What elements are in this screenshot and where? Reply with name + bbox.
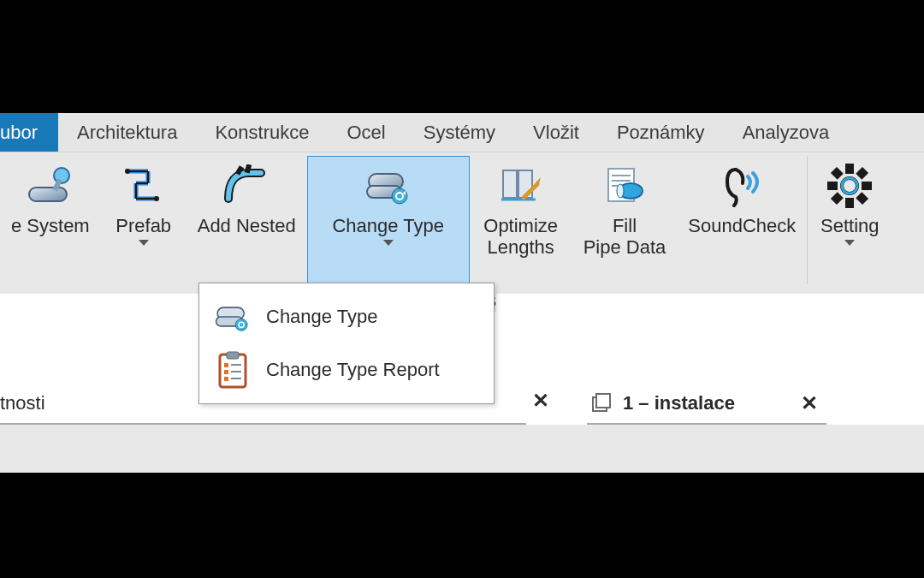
button-label: SoundCheck	[688, 215, 796, 236]
clipboard-report-icon	[215, 352, 251, 388]
soundcheck-button[interactable]: SoundCheck	[677, 156, 807, 284]
svg-point-28	[842, 178, 857, 194]
change-type-icon	[215, 299, 251, 335]
ribbon-tabstrip: ubor Architektura Konstrukce Ocel Systém…	[0, 113, 924, 152]
pipe-system-icon	[27, 162, 74, 210]
ribbon: e System Prefab	[0, 152, 924, 294]
dropdown-caret-icon	[139, 240, 149, 246]
button-label: Optimize Lengths	[483, 215, 558, 259]
tab-label: Architektura	[77, 122, 177, 144]
svg-rect-21	[847, 200, 852, 206]
button-label: Fill Pipe Data	[583, 215, 666, 259]
optimize-lengths-icon	[497, 162, 545, 210]
close-document-button[interactable]: ✕	[796, 391, 823, 415]
svg-point-3	[154, 196, 159, 201]
button-label: Setting	[820, 215, 880, 236]
tab-label: Systémy	[424, 122, 495, 144]
svg-rect-37	[224, 370, 228, 374]
document-tab[interactable]: 1 – instalace ✕	[587, 384, 826, 425]
svg-rect-23	[863, 183, 870, 188]
tab-poznamky[interactable]: Poznámky	[598, 113, 724, 152]
dropdown-caret-icon	[383, 240, 394, 246]
optimize-lengths-button[interactable]: Optimize Lengths	[470, 156, 572, 284]
svg-rect-0	[29, 188, 67, 201]
add-nested-button[interactable]: Add Nested	[187, 156, 307, 284]
add-nested-icon	[222, 162, 270, 210]
prefab-icon	[120, 162, 168, 210]
tab-label: Ocel	[347, 122, 386, 144]
button-label: Prefab	[116, 215, 171, 236]
svg-rect-35	[227, 352, 239, 359]
fill-pipe-data-icon	[601, 162, 649, 210]
dropdown-caret-icon	[844, 240, 855, 246]
close-panel-button[interactable]: ✕	[527, 389, 554, 413]
tab-label: Poznámky	[617, 122, 705, 144]
button-label: Add Nested	[198, 215, 296, 236]
tab-vlozit[interactable]: Vložit	[514, 113, 598, 152]
tab-konstrukce[interactable]: Konstrukce	[196, 113, 328, 152]
tab-analyzovat[interactable]: Analyzova	[724, 113, 849, 152]
svg-rect-30	[596, 394, 610, 408]
change-type-dropdown: Change Type Change Type Report	[198, 283, 495, 404]
svg-rect-27	[858, 194, 866, 202]
svg-point-4	[125, 169, 130, 174]
svg-rect-10	[503, 170, 517, 198]
svg-rect-26	[833, 194, 841, 202]
soundcheck-icon	[718, 162, 766, 210]
dropdown-item-label: Change Type	[266, 306, 377, 328]
svg-point-33	[235, 319, 247, 331]
svg-rect-38	[224, 377, 228, 381]
panel-body-area	[0, 425, 924, 473]
button-label: Change Type	[332, 215, 443, 236]
change-type-icon	[364, 162, 412, 210]
tab-ocel[interactable]: Ocel	[329, 113, 405, 152]
svg-rect-24	[833, 170, 841, 177]
tab-label: Vložit	[533, 122, 579, 144]
tab-architektura[interactable]: Architektura	[58, 113, 196, 152]
svg-rect-20	[847, 165, 852, 172]
fill-pipe-data-button[interactable]: Fill Pipe Data	[572, 156, 678, 284]
svg-rect-36	[224, 363, 228, 367]
document-stack-icon	[590, 392, 613, 414]
tab-label: Analyzova	[743, 122, 830, 144]
svg-point-18	[617, 184, 624, 198]
svg-rect-25	[858, 170, 866, 177]
dropdown-item-change-type[interactable]: Change Type	[199, 290, 494, 343]
button-label: e System	[11, 215, 90, 236]
prefab-button[interactable]: Prefab	[101, 156, 187, 284]
tab-soubor[interactable]: ubor	[0, 113, 58, 152]
dropdown-item-label: Change Type Report	[266, 359, 440, 381]
tab-label: ubor	[0, 122, 38, 144]
tab-label: Konstrukce	[215, 122, 309, 144]
pipe-system-button[interactable]: e System	[0, 156, 101, 284]
change-type-button[interactable]: Change Type	[307, 156, 470, 284]
tab-systemy[interactable]: Systémy	[405, 113, 514, 152]
svg-rect-22	[829, 183, 836, 188]
settings-button[interactable]: Setting	[807, 156, 892, 284]
document-tab-label: 1 – instalace	[623, 392, 735, 414]
panel-label: tnosti	[0, 392, 45, 414]
svg-point-9	[392, 188, 407, 204]
gear-icon	[826, 162, 874, 210]
dropdown-item-change-type-report[interactable]: Change Type Report	[199, 343, 494, 396]
